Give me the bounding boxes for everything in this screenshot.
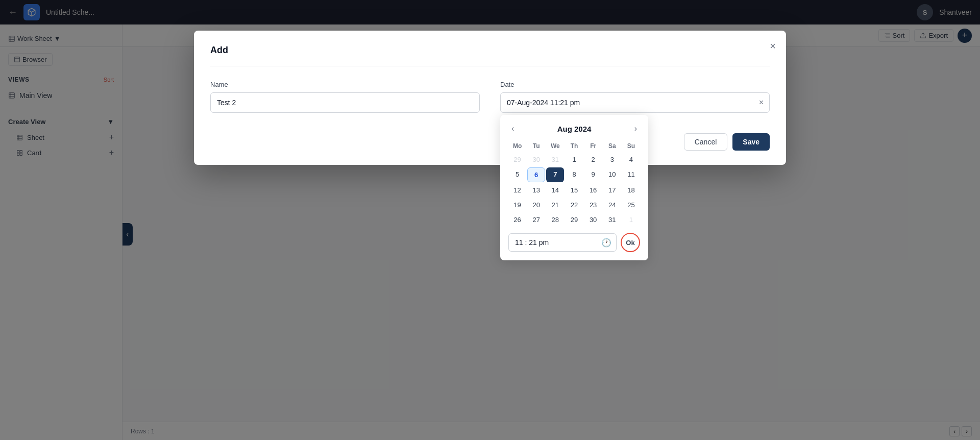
name-input[interactable] <box>210 92 480 113</box>
day-header-su: Su <box>622 140 640 152</box>
calendar-day[interactable]: 30 <box>527 153 545 166</box>
calendar-popup: ‹ Aug 2024 › Mo Tu We Th Fr Sa Su <box>500 115 648 260</box>
calendar-day[interactable]: 2 <box>584 153 602 166</box>
calendar-day[interactable]: 21 <box>546 198 564 212</box>
time-input[interactable] <box>508 233 617 252</box>
calendar-month-year: Aug 2024 <box>557 125 592 133</box>
modal-title: Add <box>210 45 770 56</box>
modal-form: Name Date × ‹ Aug 2024 › <box>210 81 770 113</box>
calendar-day[interactable]: 5 <box>508 167 526 182</box>
day-header-fr: Fr <box>584 140 602 152</box>
calendar-day[interactable]: 27 <box>527 213 545 227</box>
day-header-we: We <box>546 140 564 152</box>
calendar-grid: Mo Tu We Th Fr Sa Su 29 30 31 1 2 3 <box>508 140 640 227</box>
calendar-day-selected[interactable]: 7 <box>546 167 564 182</box>
date-input[interactable] <box>500 92 770 113</box>
calendar-day[interactable]: 30 <box>584 213 602 227</box>
calendar-day[interactable]: 20 <box>527 198 545 212</box>
calendar-next-button[interactable]: › <box>631 123 640 134</box>
calendar-day[interactable]: 10 <box>603 167 621 182</box>
save-button[interactable]: Save <box>732 133 770 151</box>
add-modal: Add × Name Date × ‹ Aug 2024 <box>194 31 786 165</box>
name-field-group: Name <box>210 81 480 113</box>
day-header-tu: Tu <box>527 140 545 152</box>
calendar-day[interactable]: 15 <box>565 183 583 197</box>
calendar-day[interactable]: 12 <box>508 183 526 197</box>
cancel-button[interactable]: Cancel <box>684 133 728 151</box>
name-label: Name <box>210 81 480 88</box>
calendar-day[interactable]: 13 <box>527 183 545 197</box>
calendar-day[interactable]: 22 <box>565 198 583 212</box>
calendar-day[interactable]: 1 <box>565 153 583 166</box>
calendar-header: ‹ Aug 2024 › <box>508 123 640 134</box>
calendar-day[interactable]: 4 <box>622 153 640 166</box>
calendar-day[interactable]: 26 <box>508 213 526 227</box>
calendar-day[interactable]: 17 <box>603 183 621 197</box>
modal-overlay: Add × Name Date × ‹ Aug 2024 <box>0 0 980 440</box>
ok-button[interactable]: Ok <box>621 233 640 252</box>
time-section: 🕐 Ok <box>508 233 640 252</box>
date-clear-button[interactable]: × <box>759 98 764 107</box>
calendar-day[interactable]: 8 <box>565 167 583 182</box>
calendar-day[interactable]: 3 <box>603 153 621 166</box>
calendar-day[interactable]: 11 <box>622 167 640 182</box>
calendar-day[interactable]: 25 <box>622 198 640 212</box>
calendar-day[interactable]: 29 <box>508 153 526 166</box>
modal-close-button[interactable]: × <box>770 41 776 51</box>
calendar-day[interactable]: 16 <box>584 183 602 197</box>
modal-actions: Cancel Save <box>210 133 770 151</box>
calendar-day-today[interactable]: 6 <box>527 167 545 182</box>
day-header-th: Th <box>565 140 583 152</box>
date-field-group: Date × ‹ Aug 2024 › Mo Tu <box>500 81 770 113</box>
calendar-day[interactable]: 31 <box>603 213 621 227</box>
calendar-prev-button[interactable]: ‹ <box>508 123 517 134</box>
calendar-day[interactable]: 31 <box>546 153 564 166</box>
calendar-day[interactable]: 9 <box>584 167 602 182</box>
calendar-day[interactable]: 18 <box>622 183 640 197</box>
calendar-day[interactable]: 29 <box>565 213 583 227</box>
calendar-day[interactable]: 28 <box>546 213 564 227</box>
time-input-wrapper: 🕐 <box>508 233 617 252</box>
calendar-day[interactable]: 14 <box>546 183 564 197</box>
date-label: Date <box>500 81 770 88</box>
calendar-day[interactable]: 24 <box>603 198 621 212</box>
day-header-sa: Sa <box>603 140 621 152</box>
calendar-day[interactable]: 19 <box>508 198 526 212</box>
calendar-day[interactable]: 23 <box>584 198 602 212</box>
date-input-wrapper: × <box>500 92 770 113</box>
day-header-mo: Mo <box>508 140 526 152</box>
calendar-day[interactable]: 1 <box>622 213 640 227</box>
modal-divider <box>210 66 770 66</box>
